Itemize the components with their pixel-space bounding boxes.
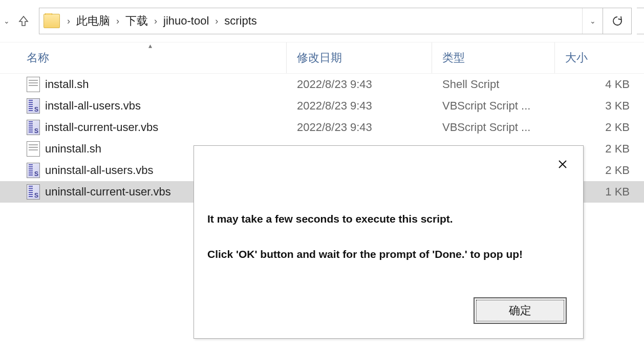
file-name: install-all-users.vbs bbox=[45, 99, 141, 113]
file-name: uninstall-current-user.vbs bbox=[45, 185, 171, 199]
address-dropdown[interactable]: ⌄ bbox=[582, 8, 603, 34]
vbscript-icon bbox=[27, 163, 40, 178]
file-name: uninstall.sh bbox=[45, 142, 101, 156]
column-header-date[interactable]: 修改日期 bbox=[287, 42, 432, 73]
navigation-toolbar: ⌄ › 此电脑 › 下载 › jihuo-tool › scripts ⌄ bbox=[0, 0, 644, 42]
column-header-label: 类型 bbox=[442, 50, 465, 65]
ok-button-label: 确定 bbox=[509, 303, 531, 318]
address-bar[interactable]: › 此电脑 › 下载 › jihuo-tool › scripts ⌄ bbox=[39, 8, 632, 34]
refresh-button[interactable] bbox=[603, 8, 631, 34]
chevron-right-icon: › bbox=[148, 16, 163, 27]
file-name: install-current-user.vbs bbox=[45, 121, 158, 134]
vbscript-icon bbox=[27, 120, 40, 135]
file-row[interactable]: install.sh2022/8/23 9:43Shell Script4 KB bbox=[0, 74, 644, 95]
script-confirmation-dialog: It may take a few seconds to execute thi… bbox=[194, 145, 584, 339]
chevron-right-icon: › bbox=[61, 16, 76, 27]
shell-script-icon bbox=[27, 77, 40, 92]
column-header-size[interactable]: 大小 bbox=[555, 42, 644, 73]
chevron-right-icon: › bbox=[209, 16, 224, 27]
file-row[interactable]: install-all-users.vbs2022/8/23 9:43VBScr… bbox=[0, 95, 644, 117]
breadcrumb-item[interactable]: 此电脑 bbox=[76, 13, 110, 29]
refresh-icon bbox=[612, 15, 623, 27]
file-type: VBScript Script ... bbox=[432, 121, 555, 134]
file-size: 4 KB bbox=[555, 78, 644, 91]
close-button[interactable] bbox=[552, 155, 573, 173]
file-type: VBScript Script ... bbox=[432, 99, 555, 113]
file-date: 2022/8/23 9:43 bbox=[287, 99, 432, 113]
column-header-row: 名称 ▴ 修改日期 类型 大小 bbox=[0, 42, 644, 74]
column-header-label: 名称 bbox=[27, 50, 49, 65]
vbscript-icon bbox=[27, 184, 40, 200]
file-type: Shell Script bbox=[432, 78, 555, 91]
history-dropdown[interactable]: ⌄ bbox=[1, 11, 12, 31]
column-header-label: 大小 bbox=[565, 50, 588, 65]
dialog-text-line: It may take a few seconds to execute thi… bbox=[207, 211, 570, 226]
file-row[interactable]: install-current-user.vbs2022/8/23 9:43VB… bbox=[0, 117, 644, 138]
file-date: 2022/8/23 9:43 bbox=[287, 121, 432, 134]
chevron-right-icon: › bbox=[110, 16, 125, 27]
breadcrumb-item[interactable]: jihuo-tool bbox=[163, 14, 209, 28]
column-header-label: 修改日期 bbox=[297, 50, 342, 65]
dialog-message: It may take a few seconds to execute thi… bbox=[194, 146, 583, 262]
dialog-text-line: Click 'OK' button and wait for the promp… bbox=[207, 247, 570, 261]
breadcrumb-item[interactable]: scripts bbox=[224, 14, 257, 28]
file-date: 2022/8/23 9:43 bbox=[287, 78, 432, 91]
sort-ascending-icon: ▴ bbox=[148, 41, 152, 50]
breadcrumb: › 此电脑 › 下载 › jihuo-tool › scripts bbox=[39, 13, 582, 29]
file-size: 2 KB bbox=[555, 121, 644, 134]
close-icon bbox=[557, 159, 568, 169]
up-arrow-icon bbox=[18, 15, 29, 27]
file-size: 3 KB bbox=[555, 99, 644, 113]
breadcrumb-item[interactable]: 下载 bbox=[125, 13, 148, 29]
folder-icon bbox=[44, 14, 60, 28]
file-name: uninstall-all-users.vbs bbox=[45, 164, 154, 177]
search-box-edge[interactable] bbox=[637, 8, 644, 34]
shell-script-icon bbox=[27, 141, 40, 157]
ok-button[interactable]: 确定 bbox=[474, 297, 567, 324]
vbscript-icon bbox=[27, 98, 40, 114]
column-header-name[interactable]: 名称 ▴ bbox=[0, 42, 287, 73]
file-name: install.sh bbox=[45, 78, 89, 91]
column-header-type[interactable]: 类型 bbox=[432, 42, 555, 73]
up-button[interactable] bbox=[14, 11, 33, 31]
